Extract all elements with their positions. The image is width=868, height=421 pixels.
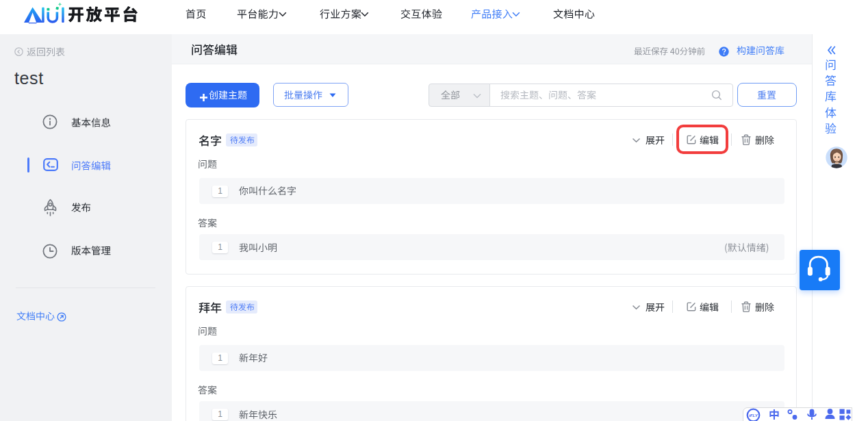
svg-text:iFLY: iFLY bbox=[749, 413, 758, 418]
